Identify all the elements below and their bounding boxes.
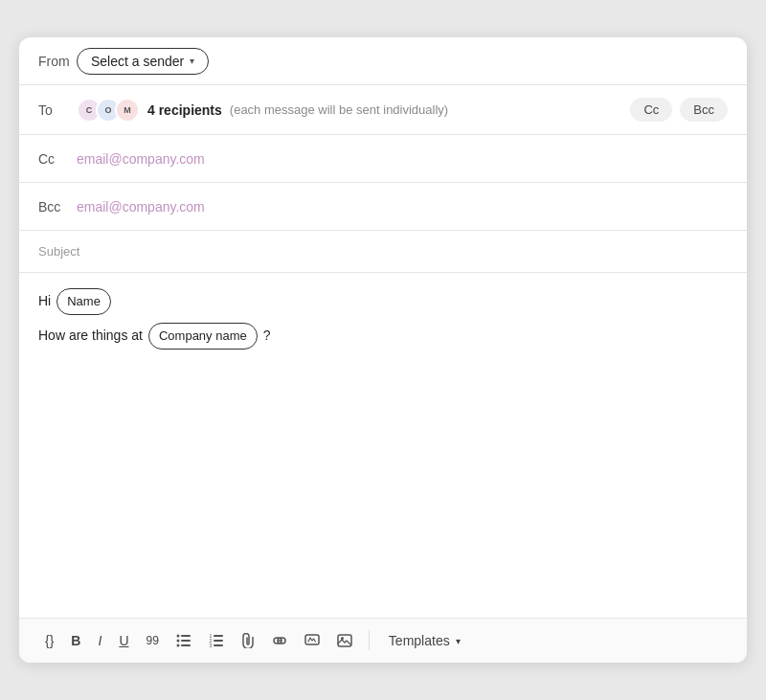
templates-chevron-icon: ▾ — [456, 636, 461, 646]
svg-rect-2 — [181, 644, 191, 646]
body-question-mark: ? — [263, 325, 271, 348]
bcc-input[interactable] — [77, 199, 728, 215]
avatar: M — [115, 98, 140, 123]
cc-input[interactable] — [77, 151, 728, 167]
svg-rect-14 — [338, 635, 351, 646]
bold-button[interactable]: B — [64, 629, 87, 652]
body-how-text: How are things at — [38, 325, 143, 348]
code-button[interactable]: {} — [38, 629, 60, 652]
ordered-list-button[interactable]: 1 2 3 — [202, 629, 231, 652]
unordered-list-button[interactable] — [169, 629, 198, 652]
toolbar: {} B I U 99 1 2 3 — [19, 618, 747, 663]
svg-rect-8 — [214, 644, 223, 646]
svg-point-5 — [176, 644, 179, 647]
svg-rect-1 — [181, 640, 191, 642]
to-label: To — [38, 102, 77, 118]
list-ul-icon — [176, 634, 192, 647]
avatar-stack: C O M — [77, 98, 140, 123]
subject-row: Subject — [19, 231, 747, 273]
recipients-count: 4 recipients — [147, 102, 222, 118]
body-line-2: How are things at Company name ? — [38, 323, 728, 350]
image-icon — [337, 634, 352, 647]
paperclip-icon — [241, 633, 255, 648]
link-icon — [272, 636, 287, 645]
recipients-note: (each message will be sent individually) — [230, 102, 448, 117]
from-label: From — [38, 54, 77, 69]
sender-dropdown[interactable]: Select a sender ▾ — [77, 48, 209, 75]
subject-label: Subject — [38, 244, 79, 259]
recipients-group: C O M 4 recipients (each message will be… — [77, 98, 630, 123]
to-row: To C O M 4 recipients (each message will… — [19, 85, 747, 135]
svg-text:3: 3 — [209, 643, 212, 647]
body-line-1: Hi Name — [38, 288, 728, 315]
bcc-label: Bcc — [38, 199, 77, 215]
svg-rect-6 — [214, 635, 223, 637]
image-button[interactable] — [330, 629, 359, 652]
templates-button[interactable]: Templates ▾ — [379, 628, 470, 653]
svg-point-15 — [341, 637, 344, 640]
cc-label: Cc — [38, 151, 77, 167]
svg-point-4 — [176, 640, 179, 643]
toolbar-separator — [369, 631, 370, 650]
quote-button[interactable]: 99 — [140, 630, 166, 651]
email-compose-window: From Select a sender ▾ To C O M 4 recipi… — [19, 37, 747, 663]
cc-button[interactable]: Cc — [630, 98, 672, 122]
cc-bcc-buttons: Cc Bcc — [630, 98, 728, 122]
body-area[interactable]: Hi Name How are things at Company name ? — [19, 273, 747, 618]
variable-name-tag[interactable]: Name — [56, 288, 111, 315]
svg-rect-0 — [181, 635, 191, 637]
attach-button[interactable] — [235, 628, 261, 653]
svg-rect-7 — [214, 640, 223, 642]
body-hi-text: Hi — [38, 290, 51, 313]
svg-point-3 — [176, 635, 179, 638]
variable-company-tag[interactable]: Company name — [148, 323, 258, 350]
signature-icon — [304, 634, 320, 647]
cc-row: Cc — [19, 135, 747, 183]
bcc-row: Bcc — [19, 183, 747, 231]
signature-button[interactable] — [298, 629, 327, 652]
list-ol-icon: 1 2 3 — [209, 634, 224, 647]
templates-label: Templates — [389, 633, 450, 648]
chevron-down-icon: ▾ — [190, 56, 194, 66]
from-row: From Select a sender ▾ — [19, 37, 747, 85]
sender-placeholder: Select a sender — [91, 54, 184, 69]
bcc-button[interactable]: Bcc — [680, 98, 728, 122]
link-button[interactable] — [265, 631, 294, 650]
underline-button[interactable]: U — [112, 629, 135, 652]
italic-button[interactable]: I — [91, 629, 108, 652]
